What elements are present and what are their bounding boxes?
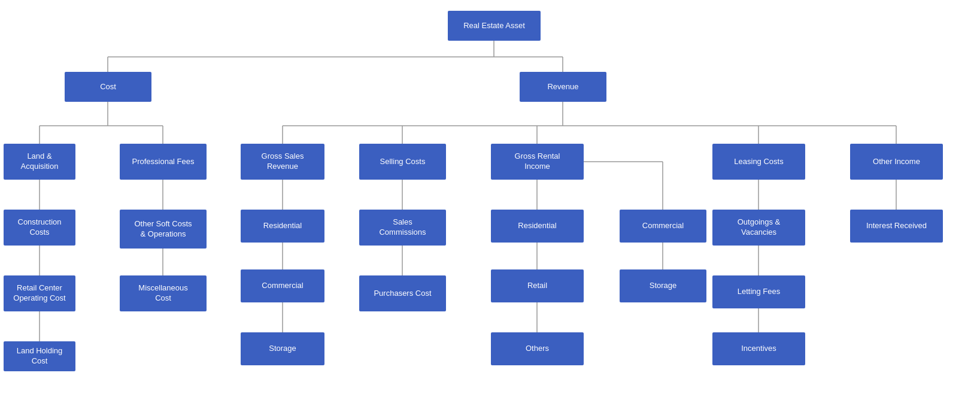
root-node: Real Estate Asset (448, 11, 541, 41)
outgoings-vacancies-node: Outgoings &Vacancies (712, 210, 805, 246)
commercial-rental-node: Commercial (620, 210, 706, 243)
cost-node: Cost (65, 72, 151, 102)
construction-costs-node: ConstructionCosts (4, 210, 75, 246)
leasing-costs-node: Leasing Costs (712, 144, 805, 180)
commercial-sales-node: Commercial (241, 269, 324, 302)
letting-fees-node: Letting Fees (712, 275, 805, 308)
land-holding-node: Land Holding Cost (4, 341, 75, 371)
interest-received-node: Interest Received (850, 210, 943, 243)
selling-costs-node: Selling Costs (359, 144, 446, 180)
others-rental-node: Others (491, 332, 584, 365)
org-chart: Real Estate Asset Cost Revenue Land &Acq… (0, 0, 980, 409)
professional-fees-node: Professional Fees (120, 144, 207, 180)
purchasers-cost-node: Purchasers Cost (359, 275, 446, 311)
residential-rental-node: Residential (491, 210, 584, 243)
retail-center-node: Retail CenterOperating Cost (4, 275, 75, 311)
other-income-node: Other Income (850, 144, 943, 180)
storage-sales-node: Storage (241, 332, 324, 365)
land-acquisition-node: Land &Acquisition (4, 144, 75, 180)
storage-rental-node: Storage (620, 269, 706, 302)
retail-rental-node: Retail (491, 269, 584, 302)
miscellaneous-cost-node: MiscellaneousCost (120, 275, 207, 311)
gross-rental-income-node: Gross RentalIncome (491, 144, 584, 180)
incentives-node: Incentives (712, 332, 805, 365)
connector-lines (0, 0, 980, 409)
revenue-node: Revenue (520, 72, 606, 102)
residential-sales-node: Residential (241, 210, 324, 243)
gross-sales-revenue-node: Gross SalesRevenue (241, 144, 324, 180)
other-soft-costs-node: Other Soft Costs& Operations (120, 210, 207, 249)
sales-commissions-node: SalesCommissions (359, 210, 446, 246)
